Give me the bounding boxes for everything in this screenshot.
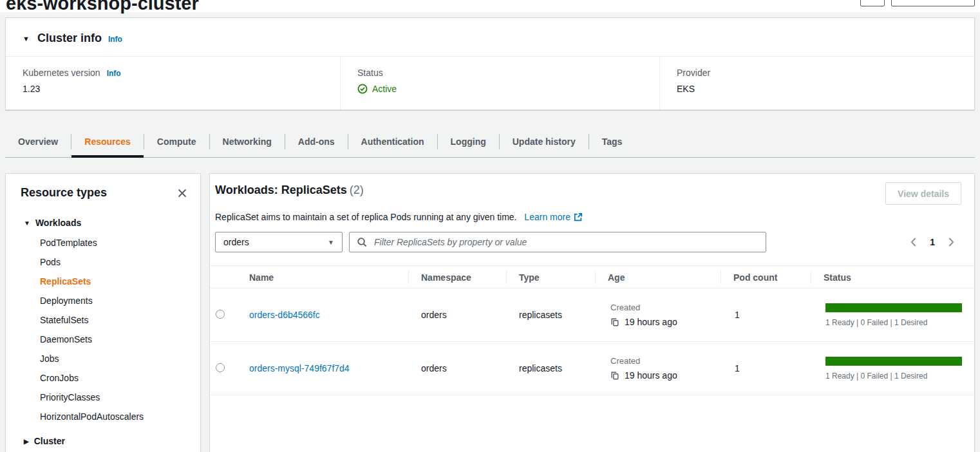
- table-header-row: Name Namespace Type Age Pod count Status: [210, 266, 974, 288]
- pod-count-cell: 1: [721, 310, 811, 320]
- refresh-button[interactable]: [860, 0, 885, 6]
- row-radio-button[interactable]: [216, 310, 225, 319]
- view-details-button[interactable]: View details: [885, 182, 961, 205]
- tab-update-history[interactable]: Update history: [500, 126, 589, 157]
- resource-types-title: Resource types: [21, 186, 107, 200]
- chevron-down-icon: ▼: [24, 220, 30, 227]
- tab-bar: Overview Resources Compute Networking Ad…: [5, 126, 975, 158]
- sidebar-item-jobs[interactable]: Jobs: [6, 349, 200, 368]
- kubernetes-version-field: Kubernetes version Info 1.23: [6, 57, 340, 109]
- status-text: 1 Ready | 0 Failed | 1 Desired: [825, 318, 962, 327]
- search-box: [349, 232, 766, 252]
- delete-cluster-button[interactable]: Delete cluster: [891, 0, 975, 6]
- sidebar-item-daemonsets[interactable]: DaemonSets: [6, 330, 200, 349]
- type-cell: replicasets: [506, 310, 595, 320]
- tree-group-cluster-label: Cluster: [34, 436, 65, 446]
- column-header-name: Name: [242, 266, 408, 288]
- age-created-label: Created: [610, 303, 721, 312]
- age-value: 19 hours ago: [625, 370, 677, 381]
- column-header-namespace: Namespace: [408, 266, 506, 288]
- tab-authentication[interactable]: Authentication: [348, 126, 437, 157]
- copy-icon[interactable]: [610, 317, 619, 326]
- current-page[interactable]: 1: [930, 237, 935, 247]
- age-cell: Created 19 hours ago: [595, 303, 721, 327]
- tab-overview[interactable]: Overview: [5, 126, 71, 157]
- tab-resources[interactable]: Resources: [71, 126, 144, 157]
- page-title: eks-workshop-cluster: [6, 0, 980, 14]
- row-radio-button[interactable]: [216, 363, 225, 372]
- result-count: (2): [350, 184, 364, 196]
- table-row: orders-d6b4566fc orders replicasets Crea…: [210, 288, 974, 342]
- age-value: 19 hours ago: [625, 317, 677, 327]
- content-area: Resource types ▼ Workloads PodTemplates …: [5, 173, 975, 452]
- learn-more-link[interactable]: Learn more: [524, 212, 583, 222]
- age-cell: Created 19 hours ago: [595, 356, 721, 381]
- tab-tags[interactable]: Tags: [589, 126, 636, 157]
- replicaset-name-link[interactable]: orders-d6b4566fc: [249, 310, 320, 320]
- description-text: ReplicaSet aims to maintain a set of rep…: [215, 212, 516, 222]
- status-cell: 1 Ready | 0 Failed | 1 Desired: [811, 303, 975, 327]
- status-badge: Active: [372, 84, 397, 94]
- sidebar-item-deployments[interactable]: Deployments: [6, 291, 200, 310]
- status-progress-bar: [825, 357, 962, 366]
- provider-field: Provider EKS: [659, 57, 974, 109]
- sidebar-item-cronjobs[interactable]: CronJobs: [6, 368, 200, 388]
- pod-count-cell: 1: [721, 363, 811, 373]
- select-caret-icon: ▼: [328, 239, 334, 246]
- column-header-age: Age: [595, 266, 721, 288]
- status-progress-bar: [825, 303, 962, 312]
- tab-compute[interactable]: Compute: [144, 126, 209, 157]
- replicasets-panel: Workloads: ReplicaSets(2) View details R…: [209, 173, 975, 452]
- sidebar-item-replicasets[interactable]: ReplicaSets: [6, 272, 200, 291]
- sidebar-item-horizontalpodautoscalers[interactable]: HorizontalPodAutoscalers: [6, 407, 200, 426]
- header-actions: Delete cluster: [860, 0, 975, 6]
- sidebar-item-podtemplates[interactable]: PodTemplates: [6, 233, 200, 252]
- tab-add-ons[interactable]: Add-ons: [285, 126, 348, 157]
- namespace-filter-value: orders: [223, 237, 249, 247]
- refresh-icon: [867, 0, 878, 1]
- table-row: orders-mysql-749f67f7d4 orders replicase…: [210, 342, 974, 395]
- column-header-pod-count: Pod count: [721, 266, 811, 288]
- tree-group-workloads-label: Workloads: [35, 218, 81, 228]
- kubernetes-version-value: 1.23: [23, 84, 340, 94]
- select-column-header: [210, 266, 242, 288]
- column-header-status: Status: [811, 266, 974, 288]
- kubernetes-version-info-link[interactable]: Info: [107, 69, 121, 78]
- provider-label: Provider: [677, 68, 710, 78]
- column-header-type: Type: [506, 266, 595, 288]
- tree-group-cluster[interactable]: ▶ Cluster: [6, 431, 200, 451]
- search-input[interactable]: [373, 236, 759, 248]
- namespace-cell: orders: [408, 310, 506, 320]
- tab-networking[interactable]: Networking: [210, 126, 285, 157]
- sidebar-item-priorityclasses[interactable]: PriorityClasses: [6, 388, 200, 407]
- replicaset-name-link[interactable]: orders-mysql-749f67f7d4: [249, 363, 350, 373]
- copy-icon[interactable]: [610, 371, 619, 380]
- status-label: Status: [357, 68, 383, 78]
- type-cell: replicasets: [506, 363, 595, 373]
- panel-title: Workloads: ReplicaSets(2): [215, 184, 364, 197]
- pagination: 1: [910, 237, 961, 247]
- kubernetes-version-label: Kubernetes version: [23, 68, 100, 78]
- resource-tree: ▼ Workloads PodTemplates Pods ReplicaSet…: [6, 212, 200, 451]
- panel-title-text: Workloads: ReplicaSets: [215, 184, 347, 196]
- cluster-info-title: Cluster info: [37, 32, 102, 45]
- previous-page-icon[interactable]: [910, 237, 917, 247]
- status-text: 1 Ready | 0 Failed | 1 Desired: [825, 372, 962, 381]
- chevron-down-icon[interactable]: ▼: [23, 35, 30, 42]
- cluster-info-body: Kubernetes version Info 1.23 Status Acti…: [6, 57, 974, 109]
- status-field: Status Active: [340, 57, 659, 109]
- namespace-filter-select[interactable]: orders ▼: [215, 232, 343, 252]
- status-cell: 1 Ready | 0 Failed | 1 Desired: [811, 357, 975, 381]
- sidebar-item-statefulsets[interactable]: StatefulSets: [6, 310, 200, 330]
- tree-group-workloads[interactable]: ▼ Workloads: [6, 212, 200, 233]
- cluster-info-header: ▼ Cluster info Info: [6, 18, 974, 57]
- resource-types-panel: Resource types ▼ Workloads PodTemplates …: [5, 173, 201, 452]
- filter-row: orders ▼ 1: [215, 232, 961, 252]
- sidebar-item-pods[interactable]: Pods: [6, 252, 200, 272]
- cluster-info-panel: ▼ Cluster info Info Kubernetes version I…: [5, 17, 975, 110]
- tab-logging[interactable]: Logging: [438, 126, 499, 157]
- cluster-info-info-link[interactable]: Info: [108, 35, 122, 44]
- panel-description: ReplicaSet aims to maintain a set of rep…: [215, 212, 961, 222]
- close-icon[interactable]: [177, 188, 187, 198]
- next-page-icon[interactable]: [948, 237, 955, 247]
